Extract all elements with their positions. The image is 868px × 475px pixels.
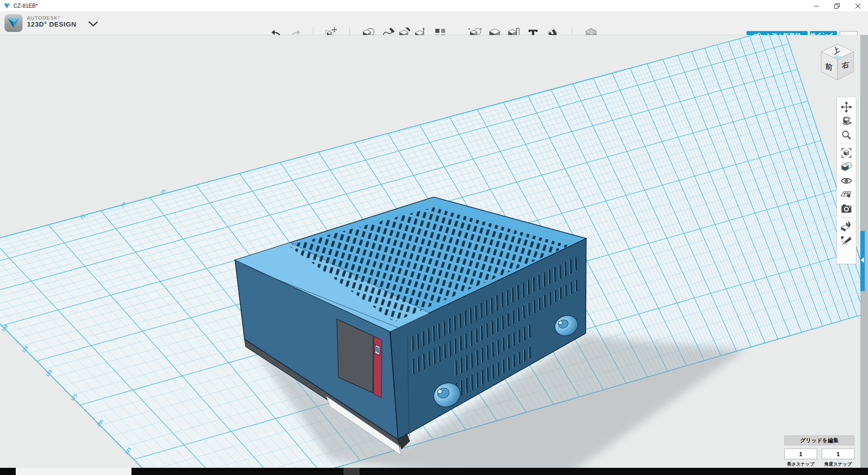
model-power-switch [375, 345, 380, 355]
display-mode-tool[interactable] [840, 160, 853, 174]
viewport-canvas[interactable]: 255075100125150175200225 [0, 35, 868, 468]
orbit-icon [841, 116, 852, 126]
panel-collapse-arrow-icon[interactable] [861, 257, 864, 263]
snap-toggle-icon [841, 221, 852, 232]
visibility-tool[interactable] [840, 174, 853, 188]
fit-view-tool[interactable] [840, 146, 853, 160]
close-button[interactable] [847, 0, 868, 12]
view-tools-panel [836, 97, 856, 264]
screenshot-icon [841, 204, 852, 213]
length-snap-label: 長さスナップ [784, 461, 817, 467]
bottom-edge-bar [0, 468, 868, 475]
bottom-bar-gray-segment [344, 468, 360, 475]
restore-button[interactable] [827, 0, 847, 12]
edit-grid-button[interactable]: グリッドを編集 [784, 435, 854, 445]
123d-logo-icon [7, 18, 20, 29]
angle-snap-label: 角度スナップ [822, 461, 854, 467]
pan-tool[interactable] [840, 100, 853, 114]
view-tools-separator [841, 217, 852, 218]
app-menu-chevron-icon[interactable] [88, 21, 98, 27]
sketch-visibility-icon [841, 235, 852, 246]
main-toolbar: AUTODESK° 123D° DESIGN [0, 12, 868, 35]
right-panel-strip [860, 35, 868, 468]
view-tools-separator [841, 143, 852, 144]
length-snap-input[interactable] [784, 448, 817, 459]
app-window: CZ-81EB* [0, 0, 868, 475]
bottom-bar-light-segment [16, 468, 131, 475]
display-mode-icon [841, 161, 852, 172]
brand-product: 123D° DESIGN [27, 21, 77, 28]
window-title: CZ-81EB* [14, 3, 38, 9]
app-logo-icon [4, 3, 10, 9]
title-bar: CZ-81EB* [0, 0, 868, 12]
angle-snap-input[interactable] [822, 448, 854, 459]
grid-visibility-tool[interactable] [840, 188, 853, 202]
sketch-visibility-tool[interactable] [840, 233, 853, 247]
viewcube[interactable]: 上 前 右 [816, 40, 861, 85]
screenshot-tool[interactable] [840, 202, 853, 215]
minimize-button[interactable] [806, 0, 827, 12]
app-menu-logo[interactable] [5, 14, 23, 32]
fit-view-icon [841, 148, 852, 158]
zoom-tool[interactable] [840, 128, 853, 142]
zoom-icon [841, 130, 852, 140]
orbit-tool[interactable] [840, 114, 853, 128]
grid-visibility-icon [841, 190, 852, 200]
model-3d[interactable] [189, 170, 756, 468]
brand-block: AUTODESK° 123D° DESIGN [27, 15, 77, 28]
visibility-icon [841, 176, 852, 185]
grid-controls: グリッドを編集 長さスナップ 角度スナップ [784, 435, 854, 467]
snap-toggle-tool[interactable] [840, 220, 853, 233]
pan-icon [841, 102, 852, 112]
